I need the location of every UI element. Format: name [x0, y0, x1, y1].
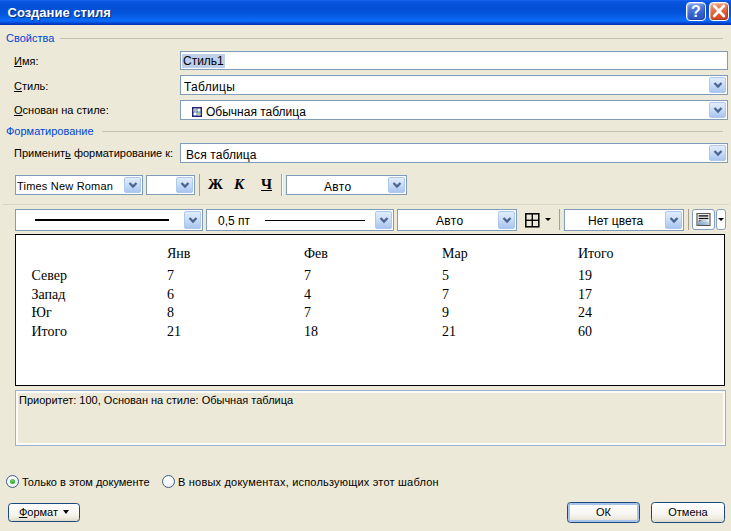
svg-text:?: ? [691, 3, 701, 20]
